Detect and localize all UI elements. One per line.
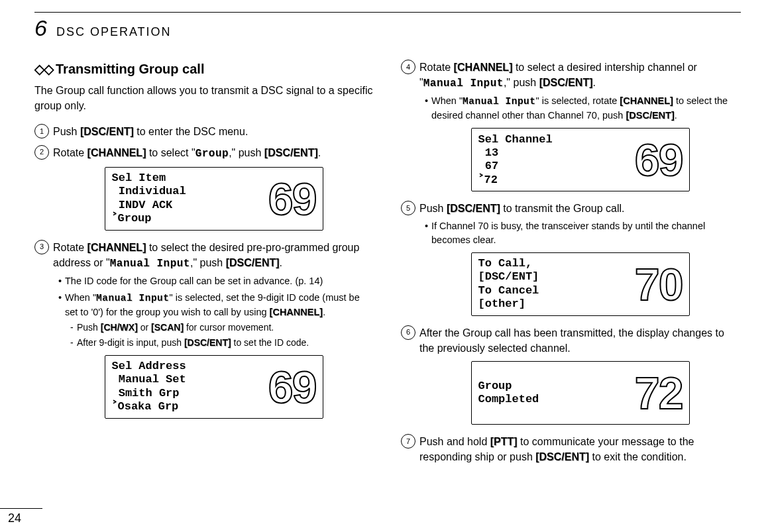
step-3-note-2: When "Manual Input" is selected, set the… [58, 291, 374, 350]
step-4: 4 Rotate [CHANNEL] to select a desired i… [401, 60, 741, 191]
step-1: 1 Push [DSC/ENT] to enter the DSC menu. [34, 124, 374, 139]
step-3-notes: The ID code for the Group call can be se… [53, 274, 374, 350]
step-6-text: After the Group call has been transmitte… [419, 327, 724, 354]
s4n1-b: " is selected, rotate [535, 95, 620, 106]
step-2-text-a: Rotate [53, 147, 87, 158]
lcd-text-manual-input: Manual Input [463, 96, 535, 107]
lcd-text-manual-input: Manual Input [96, 293, 169, 303]
lcd-text-manual-input: Manual Input [423, 78, 504, 89]
lcd-display-4-text: To Call, [DSC/ENT] To Cancel [other] [478, 257, 630, 311]
step-6: 6 After the Group call has been transmit… [401, 325, 741, 425]
step-number-icon: 3 [34, 240, 49, 254]
lcd-display-1-text: Sel Item Individual INDV ACK ˃Group [112, 172, 263, 226]
step-number-icon: 7 [401, 434, 415, 449]
step-7-text-a: Push and hold [419, 436, 490, 447]
sn1-a: Push [77, 322, 101, 333]
lcd-display-5-channel: 72 [635, 370, 683, 415]
sn2-a: After 9-digit is input, push [77, 337, 184, 348]
step-5: 5 Push [DSC/ENT] to transmit the Group c… [401, 201, 741, 315]
sn1-c: for cursor movement. [184, 322, 274, 333]
dsc-ent-button-label: [DSC/ENT] [539, 77, 593, 88]
lcd-display-3: Sel Channel 13 67 ˃72 69 [471, 128, 690, 191]
chapter-number: 6 [34, 15, 47, 41]
right-column: 4 Rotate [CHANNEL] to select a desired i… [401, 60, 741, 470]
steps-right: 4 Rotate [CHANNEL] to select a desired i… [401, 60, 741, 464]
step-number-icon: 1 [34, 124, 49, 138]
lcd-display-1-channel: 69 [268, 176, 316, 221]
step-4-note-1: When "Manual Input" is selected, rotate … [425, 94, 741, 123]
page-header: 6 DSC OPERATION [34, 15, 741, 41]
step-4-notes: When "Manual Input" is selected, rotate … [419, 94, 741, 123]
section-title: ◇◇Transmitting Group call [34, 60, 374, 79]
step-number-icon: 5 [401, 201, 415, 215]
step-3-note-2a: When " [65, 292, 96, 303]
page-number: 24 [0, 511, 42, 525]
scan-button-label: [SCAN] [151, 322, 184, 333]
steps-left: 1 Push [DSC/ENT] to enter the DSC menu. … [34, 124, 374, 418]
channel-button-label: [CHANNEL] [87, 242, 146, 253]
sn1-b: or [138, 322, 151, 333]
channel-button-label: [CHANNEL] [454, 62, 513, 73]
ptt-button-label: [PTT] [490, 436, 518, 447]
lcd-display-3-channel: 69 [635, 137, 683, 182]
step-number-icon: 6 [401, 325, 415, 340]
step-4-text-c: ," push [504, 77, 539, 88]
dsc-ent-button-label: [DSC/ENT] [535, 451, 589, 462]
lcd-display-2: Sel Address Manual Set Smith Grp ˃Osaka … [105, 355, 323, 419]
step-3-subnotes: Push [CH/WX] or [SCAN] for cursor moveme… [65, 321, 374, 350]
step-number-icon: 2 [34, 145, 49, 160]
step-1-text-b: to enter the DSC menu. [134, 126, 248, 137]
step-number-icon: 4 [401, 60, 415, 74]
step-3-subnote-2: After 9-digit is input, push [DSC/ENT] t… [70, 336, 374, 349]
diamond-icon: ◇◇ [34, 62, 53, 76]
step-2-text-c: ," push [229, 147, 264, 158]
dsc-ent-button-label: [DSC/ENT] [80, 126, 134, 137]
dsc-ent-button-label: [DSC/ENT] [184, 337, 231, 348]
step-4-text-d: . [593, 77, 596, 88]
left-column: ◇◇Transmitting Group call The Group call… [34, 60, 374, 470]
s4n1-a: When " [431, 95, 463, 106]
lcd-display-5-text: Group Completed [478, 380, 630, 407]
step-2: 2 Rotate [CHANNEL] to select "Group," pu… [34, 145, 374, 231]
step-5-notes: If Channel 70 is busy, the transceiver s… [419, 219, 741, 247]
step-5-text-a: Push [419, 203, 447, 214]
channel-button-label: [CHANNEL] [620, 95, 673, 106]
lcd-text-manual-input: Manual Input [110, 258, 190, 270]
dsc-ent-button-label: [DSC/ENT] [226, 257, 280, 268]
step-1-text-a: Push [53, 126, 80, 137]
step-7: 7 Push and hold [PTT] to communicate you… [401, 434, 741, 464]
dsc-ent-button-label: [DSC/ENT] [447, 203, 500, 214]
two-column-layout: ◇◇Transmitting Group call The Group call… [34, 60, 741, 470]
channel-button-label: [CHANNEL] [270, 307, 323, 317]
step-7-text-c: to exit the condition. [589, 451, 687, 462]
dsc-ent-button-label: [DSC/ENT] [264, 147, 318, 158]
page-footer: 24 [0, 508, 42, 525]
top-rule [34, 12, 741, 13]
lcd-display-3-text: Sel Channel 13 67 ˃72 [478, 133, 630, 187]
sn2-b: to set the ID code. [231, 337, 309, 348]
chapter-title: DSC OPERATION [56, 25, 172, 39]
channel-button-label: [CHANNEL] [87, 147, 146, 158]
lcd-display-2-text: Sel Address Manual Set Smith Grp ˃Osaka … [112, 360, 263, 414]
dsc-ent-button-label: [DSC/ENT] [626, 110, 674, 121]
step-3-note-1: The ID code for the Group call can be se… [58, 274, 374, 288]
footer-rule [0, 508, 42, 509]
lcd-display-2-channel: 69 [268, 364, 316, 409]
step-5-note-1: If Channel 70 is busy, the transceiver s… [425, 219, 741, 247]
page: 6 DSC OPERATION ◇◇Transmitting Group cal… [0, 0, 770, 532]
s4n1-d: . [675, 110, 677, 121]
step-2-text-b: to select " [146, 147, 195, 158]
step-3-subnote-1: Push [CH/WX] or [SCAN] for cursor moveme… [70, 321, 374, 334]
section-title-text: Transmitting Group call [56, 62, 204, 76]
step-3-text-c: ," push [190, 257, 226, 268]
step-3-text-a: Rotate [53, 242, 87, 253]
section-intro: The Group call function allows you to tr… [34, 83, 374, 113]
lcd-display-5: Group Completed 72 [471, 361, 690, 425]
lcd-display-1: Sel Item Individual INDV ACK ˃Group 69 [105, 167, 323, 231]
lcd-display-4-channel: 70 [635, 262, 683, 307]
step-3: 3 Rotate [CHANNEL] to select the desired… [34, 240, 374, 419]
lcd-text-group: Group [195, 148, 229, 160]
step-3-note-2c: . [323, 307, 325, 317]
step-5-text-b: to transmit the Group call. [500, 203, 625, 214]
step-4-text-a: Rotate [419, 62, 454, 73]
